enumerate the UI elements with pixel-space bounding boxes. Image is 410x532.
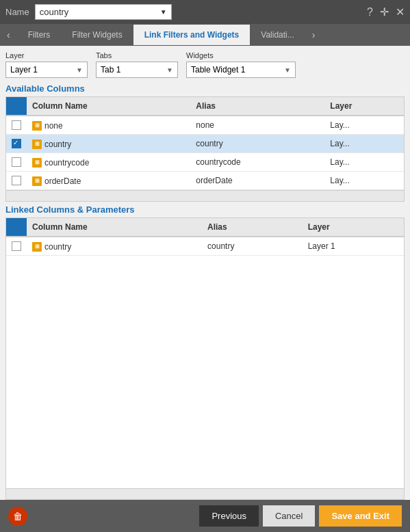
close-icon[interactable]: ✕ (396, 5, 405, 18)
linked-header-name: Column Name (27, 218, 202, 237)
tab-filters[interactable]: Filters (17, 25, 62, 45)
linked-columns-header: Linked Columns & Parameters (0, 202, 410, 217)
tabs-select[interactable]: Tab 1 ▼ (96, 62, 178, 78)
delete-button[interactable]: 🗑 (8, 507, 27, 526)
available-hscroll[interactable] (5, 191, 405, 202)
tab-link-filters[interactable]: Link Filters and Widgets (133, 25, 251, 45)
move-icon[interactable]: ✛ (380, 5, 389, 18)
main-content: Layer Layer 1 ▼ Tabs Tab 1 ▼ Widgets Tab… (0, 46, 410, 500)
available-checkbox[interactable] (12, 157, 21, 167)
available-row-alias: orderDate (190, 172, 324, 190)
linked-row-name: ⊞ country (27, 237, 202, 256)
layer-label: Layer (5, 51, 88, 59)
tab-prev-arrow[interactable]: ‹ (0, 24, 17, 46)
available-row-name: ⊞ countrycode (27, 153, 190, 172)
help-icon[interactable]: ? (367, 6, 373, 18)
linked-row-check[interactable] (6, 237, 27, 256)
available-checkbox[interactable] (12, 139, 21, 148)
available-columns-header: Available Columns (0, 81, 410, 96)
available-table: Column Name Alias Layer ⊞ none none Lay.… (6, 97, 404, 190)
tab-filter-widgets[interactable]: Filter Widgets (61, 25, 133, 45)
available-header-layer: Layer (324, 97, 404, 116)
title-input[interactable]: country ▼ (35, 4, 172, 20)
available-row-check[interactable] (6, 172, 27, 190)
linked-row-alias: country (202, 237, 303, 256)
available-header-alias: Alias (190, 97, 324, 116)
field-type-icon: ⊞ (32, 121, 42, 131)
layer-dropdown-group: Layer Layer 1 ▼ (5, 51, 88, 78)
available-row-name: ⊞ none (27, 116, 190, 135)
available-row-layer: Lay... (324, 153, 404, 172)
available-table-row[interactable]: ⊞ countrycode countrycode Lay... (6, 153, 404, 172)
trash-icon: 🗑 (13, 511, 23, 522)
title-dropdown-arrow: ▼ (160, 8, 167, 16)
footer-buttons: Previous Cancel Save and Exit (199, 505, 402, 527)
tabs-dropdown-group: Tabs Tab 1 ▼ (96, 51, 178, 78)
available-row-name: ⊞ country (27, 135, 190, 153)
dropdowns-row: Layer Layer 1 ▼ Tabs Tab 1 ▼ Widgets Tab… (0, 46, 410, 81)
linked-header-alias: Alias (202, 218, 303, 237)
linked-checkbox[interactable] (12, 241, 21, 251)
linked-table: Column Name Alias Layer ⊞ country countr… (6, 218, 404, 256)
available-row-name: ⊞ orderDate (27, 172, 190, 190)
tabs-label: Tabs (96, 51, 178, 59)
available-header-name: Column Name (27, 97, 190, 116)
title-icons: ? ✛ ✕ (367, 5, 405, 18)
available-columns-scroll[interactable]: Column Name Alias Layer ⊞ none none Lay.… (6, 97, 404, 190)
available-checkbox[interactable] (12, 120, 21, 130)
widgets-dropdown-group: Widgets Table Widget 1 ▼ (186, 51, 296, 78)
available-columns-table: Column Name Alias Layer ⊞ none none Lay.… (5, 96, 405, 191)
linked-table-row[interactable]: ⊞ country country Layer 1 (6, 237, 404, 256)
available-table-row[interactable]: ⊞ country country Lay... (6, 135, 404, 153)
save-exit-button[interactable]: Save and Exit (319, 505, 402, 527)
widgets-select[interactable]: Table Widget 1 ▼ (186, 62, 296, 78)
linked-header-layer: Layer (303, 218, 404, 237)
available-header-check (6, 97, 27, 116)
available-row-alias: countrycode (190, 153, 324, 172)
linked-row-layer: Layer 1 (303, 237, 404, 256)
tab-nav: ‹ Filters Filter Widgets Link Filters an… (0, 24, 410, 46)
available-table-row[interactable]: ⊞ none none Lay... (6, 116, 404, 135)
field-type-icon: ⊞ (32, 242, 42, 252)
tabs-arrow: ▼ (166, 66, 173, 74)
available-row-check[interactable] (6, 153, 27, 172)
title-bar: Name country ▼ ? ✛ ✕ (0, 0, 410, 24)
available-table-row[interactable]: ⊞ orderDate orderDate Lay... (6, 172, 404, 190)
available-checkbox[interactable] (12, 176, 21, 185)
available-row-check[interactable] (6, 135, 27, 153)
previous-button[interactable]: Previous (199, 505, 259, 527)
available-row-check[interactable] (6, 116, 27, 135)
linked-header-check (6, 218, 27, 237)
name-label: Name (5, 7, 29, 17)
footer: 🗑 Previous Cancel Save and Exit (0, 500, 410, 532)
available-row-layer: Lay... (324, 172, 404, 190)
layer-select[interactable]: Layer 1 ▼ (5, 62, 88, 78)
available-row-layer: Lay... (324, 116, 404, 135)
tab-next-arrow[interactable]: › (305, 24, 322, 46)
tab-validati[interactable]: Validati... (250, 25, 305, 45)
linked-columns-table: Column Name Alias Layer ⊞ country countr… (5, 217, 405, 489)
field-type-icon: ⊞ (32, 158, 42, 168)
widgets-label: Widgets (186, 51, 296, 59)
field-type-icon: ⊞ (32, 139, 42, 149)
linked-hscroll[interactable] (5, 489, 405, 500)
linked-section: Linked Columns & Parameters Column Name … (0, 202, 410, 500)
available-row-alias: country (190, 135, 324, 153)
field-type-icon: ⊞ (32, 176, 42, 186)
cancel-button[interactable]: Cancel (263, 505, 315, 527)
linked-columns-scroll[interactable]: Column Name Alias Layer ⊞ country countr… (6, 218, 404, 488)
available-row-layer: Lay... (324, 135, 404, 153)
layer-arrow: ▼ (76, 66, 83, 74)
widgets-arrow: ▼ (284, 66, 291, 74)
available-row-alias: none (190, 116, 324, 135)
